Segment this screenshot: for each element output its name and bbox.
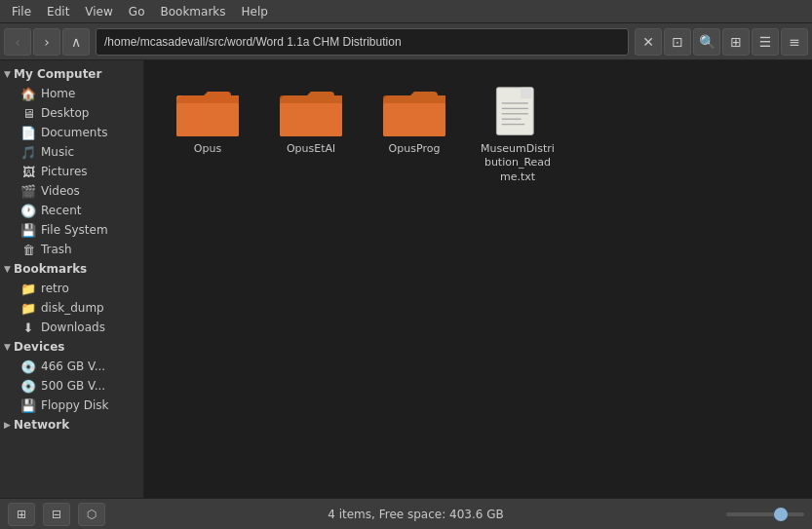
sidebar-item-music-label: Music	[41, 145, 74, 159]
svg-rect-6	[280, 103, 342, 136]
svg-rect-3	[176, 103, 239, 136]
recent-icon: 🕐	[19, 203, 37, 218]
sidebar-item-downloads[interactable]: ⬇ Downloads	[0, 318, 143, 337]
sidebar-item-500gb-label: 500 GB V...	[41, 379, 105, 393]
trash-icon: 🗑	[19, 242, 37, 257]
menu-file[interactable]: File	[4, 3, 39, 20]
sidebar-item-desktop-label: Desktop	[41, 106, 90, 120]
svg-rect-11	[522, 88, 532, 98]
sidebar-item-disk-dump-label: disk_dump	[41, 301, 104, 315]
up-button[interactable]: ∧	[62, 28, 90, 56]
menu-bookmarks[interactable]: Bookmarks	[152, 3, 233, 20]
sidebar-item-trash[interactable]: 🗑 Trash	[0, 240, 143, 259]
file-label-opusetai: OpusEtAl	[287, 142, 335, 156]
main-area: ▼ My Computer 🏠 Home 🖥 Desktop 📄 Documen…	[0, 60, 812, 498]
view-compact-button[interactable]: ≡	[781, 28, 808, 56]
menu-view[interactable]: View	[77, 3, 120, 20]
folder-icon-opusetai	[280, 86, 342, 138]
back-button[interactable]: ‹	[4, 28, 31, 56]
toolbar: ‹ › ∧ ✕ ⊡ 🔍 ⊞ ☰ ≡	[0, 23, 812, 60]
bookmarks-label: Bookmarks	[14, 262, 87, 276]
sidebar-section-devices[interactable]: ▼ Devices	[0, 337, 143, 357]
sidebar-item-videos[interactable]: 🎬 Videos	[0, 181, 143, 201]
address-bar[interactable]	[96, 28, 629, 56]
sidebar-item-home-label: Home	[41, 87, 75, 100]
devices-label: Devices	[14, 340, 64, 354]
statusbar-btn-2[interactable]: ⊟	[43, 503, 70, 526]
view-list-button[interactable]: ☰	[752, 28, 779, 56]
statusbar-left: ⊞ ⊟ ⬡	[8, 503, 105, 526]
file-label-opus: Opus	[194, 142, 221, 156]
sidebar-item-videos-label: Videos	[41, 184, 80, 198]
drive-466-icon: 💿	[19, 359, 37, 374]
network-label: Network	[14, 418, 69, 432]
floppy-icon: 💾	[19, 397, 37, 413]
sidebar-section-my-computer[interactable]: ▼ My Computer	[0, 64, 143, 84]
sidebar-section-network[interactable]: ▶ Network	[0, 415, 143, 435]
file-area: Opus OpusEtAl	[144, 60, 812, 498]
sidebar-item-pictures-label: Pictures	[41, 165, 88, 178]
sidebar-item-desktop[interactable]: 🖥 Desktop	[0, 103, 143, 123]
file-item-opusprog[interactable]: OpusProg	[370, 80, 458, 190]
bookmarks-triangle-icon: ▼	[4, 264, 14, 274]
file-label-readme: MuseumDistribution_Readme.txt	[480, 142, 556, 184]
statusbar-right	[726, 512, 804, 516]
sidebar-item-filesystem[interactable]: 💾 File System	[0, 220, 143, 240]
sidebar-item-500gb[interactable]: 💿 500 GB V...	[0, 376, 143, 396]
drive-500-icon: 💿	[19, 378, 37, 394]
file-label-opusprog: OpusProg	[389, 142, 441, 156]
sidebar-item-floppy-label: Floppy Disk	[41, 398, 109, 412]
sidebar-item-pictures[interactable]: 🖼 Pictures	[0, 162, 143, 181]
devices-triangle-icon: ▼	[4, 342, 14, 352]
menu-edit[interactable]: Edit	[39, 3, 77, 20]
sidebar: ▼ My Computer 🏠 Home 🖥 Desktop 📄 Documen…	[0, 60, 144, 498]
text-file-icon-readme	[492, 86, 543, 138]
sidebar-item-466gb-label: 466 GB V...	[41, 359, 105, 373]
menubar: File Edit View Go Bookmarks Help	[0, 0, 812, 23]
sidebar-item-home[interactable]: 🏠 Home	[0, 84, 143, 103]
documents-icon: 📄	[19, 125, 37, 140]
sidebar-item-trash-label: Trash	[41, 243, 72, 256]
sidebar-item-recent[interactable]: 🕐 Recent	[0, 201, 143, 220]
statusbar-btn-3[interactable]: ⬡	[78, 503, 105, 526]
sidebar-item-floppy[interactable]: 💾 Floppy Disk	[0, 396, 143, 415]
toggle-button[interactable]: ⊡	[664, 28, 691, 56]
view-icons-button[interactable]: ⊞	[722, 28, 750, 56]
sidebar-item-retro[interactable]: 📁 retro	[0, 279, 143, 298]
filesystem-icon: 💾	[19, 222, 37, 238]
svg-rect-9	[383, 103, 445, 136]
home-icon: 🏠	[19, 86, 37, 101]
music-icon: 🎵	[19, 144, 37, 160]
sidebar-item-466gb[interactable]: 💿 466 GB V...	[0, 357, 143, 376]
statusbar-info: 4 items, Free space: 403.6 GB	[328, 508, 503, 521]
videos-icon: 🎬	[19, 183, 37, 199]
statusbar-btn-1[interactable]: ⊞	[8, 503, 35, 526]
folder-icon-opus	[176, 86, 239, 138]
sidebar-item-filesystem-label: File System	[41, 223, 108, 237]
triangle-icon: ▼	[4, 69, 14, 79]
clear-button[interactable]: ✕	[635, 28, 662, 56]
disk-dump-folder-icon: 📁	[19, 300, 37, 316]
menu-help[interactable]: Help	[234, 3, 276, 20]
zoom-slider[interactable]	[726, 512, 804, 516]
forward-button[interactable]: ›	[33, 28, 60, 56]
downloads-icon: ⬇	[19, 320, 37, 335]
my-computer-label: My Computer	[14, 67, 101, 81]
sidebar-item-music[interactable]: 🎵 Music	[0, 142, 143, 162]
search-button[interactable]: 🔍	[693, 28, 720, 56]
retro-folder-icon: 📁	[19, 281, 37, 296]
sidebar-item-recent-label: Recent	[41, 204, 81, 217]
statusbar: ⊞ ⊟ ⬡ 4 items, Free space: 403.6 GB	[0, 498, 812, 529]
menu-go[interactable]: Go	[121, 3, 153, 20]
sidebar-item-disk-dump[interactable]: 📁 disk_dump	[0, 298, 143, 318]
network-triangle-icon: ▶	[4, 420, 14, 430]
file-item-readme[interactable]: MuseumDistribution_Readme.txt	[474, 80, 561, 190]
sidebar-item-documents[interactable]: 📄 Documents	[0, 123, 143, 142]
folder-icon-opusprog	[383, 86, 445, 138]
file-item-opusetai[interactable]: OpusEtAl	[267, 80, 355, 190]
sidebar-item-documents-label: Documents	[41, 126, 107, 139]
file-item-opus[interactable]: Opus	[164, 80, 251, 190]
pictures-icon: 🖼	[19, 164, 37, 179]
desktop-icon: 🖥	[19, 105, 37, 121]
sidebar-section-bookmarks[interactable]: ▼ Bookmarks	[0, 259, 143, 279]
